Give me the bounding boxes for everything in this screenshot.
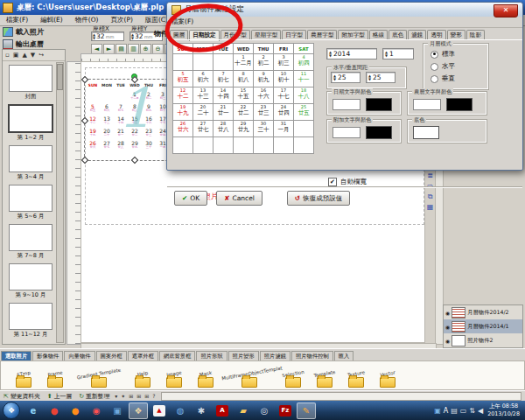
layers-view-icon[interactable]: ▥ xyxy=(128,44,139,54)
coord-y-spinner[interactable]: ▲▼ xyxy=(131,33,134,38)
cancel-button[interactable]: ✘ Cancel xyxy=(216,191,262,206)
ie-icon[interactable]: e xyxy=(24,402,43,419)
ime-language-icon[interactable]: A xyxy=(444,407,448,415)
paint-app-icon[interactable]: ✎ xyxy=(297,402,316,419)
globe-tool-icon[interactable]: ◍ xyxy=(171,402,190,419)
start-button[interactable]: ❖ xyxy=(3,402,20,419)
clock[interactable]: 上午 08:58 2013/10/28 xyxy=(486,402,523,417)
radio-option[interactable]: 垂直 xyxy=(430,74,488,83)
layer-view-icon[interactable]: ▤ xyxy=(116,44,127,54)
up-level-button[interactable]: ⬆上一層 xyxy=(47,392,72,401)
tray-photo-icon[interactable]: ▤ xyxy=(451,407,458,415)
tray-display-icon[interactable]: ▭ xyxy=(460,407,467,415)
menu-item[interactable]: 檔案(F) xyxy=(0,16,34,24)
radio-option[interactable]: 水平 xyxy=(430,62,488,71)
menu-item[interactable]: 編輯(E) xyxy=(34,16,69,24)
tray-network-icon[interactable]: ⇅ xyxy=(469,407,475,415)
change-folder-button[interactable]: ⇱變更資料夾 xyxy=(4,392,40,401)
folder-item[interactable]: Mask xyxy=(190,371,221,388)
auto-width-checkbox[interactable]: ✔ 自動欄寬 xyxy=(328,178,367,186)
page-down-icon[interactable]: ▼ xyxy=(31,52,35,59)
dialog-menu-file[interactable]: 檔案(F) xyxy=(172,18,193,26)
photoimpact-icon[interactable]: ▲ xyxy=(150,402,169,419)
folder-item[interactable]: Help xyxy=(127,371,158,388)
page-export-icon[interactable]: ↪ xyxy=(38,52,44,59)
browse-mini-icon[interactable]: ⊞ xyxy=(136,393,141,399)
refresh-button[interactable]: ↻重新整理 xyxy=(79,392,109,401)
load-photos-button[interactable]: 載入照片 xyxy=(3,26,76,38)
pan-right-icon[interactable]: ► xyxy=(103,44,115,54)
add-page-icon[interactable]: ▫ xyxy=(5,52,10,59)
acdsee-icon[interactable]: ◉ xyxy=(87,402,106,419)
browse-mini-icon[interactable]: ⊞ xyxy=(144,393,149,399)
color-text-field[interactable] xyxy=(413,99,441,110)
color-text-field[interactable] xyxy=(332,99,360,110)
folder-item[interactable]: Selection xyxy=(277,371,309,388)
page-item[interactable]: 第 9~10 月 xyxy=(7,263,54,299)
folder-item[interactable]: Template xyxy=(309,371,340,388)
coord-x-input[interactable]: ▲▼ 32 mm xyxy=(91,32,124,41)
pan-left-icon[interactable]: ◄ xyxy=(91,44,102,54)
filezilla-icon[interactable]: Fz xyxy=(276,402,295,419)
folder-item[interactable]: Frame xyxy=(39,371,71,388)
color-text-field[interactable] xyxy=(332,127,360,138)
folder-item[interactable]: MultiFrameObjectTemplat xyxy=(221,371,277,388)
page-up-icon[interactable]: ▲ xyxy=(22,52,26,59)
color-swatch[interactable] xyxy=(413,126,439,139)
calendar-app-icon[interactable]: ❖ xyxy=(129,402,148,419)
menu-item[interactable]: 頁次(P) xyxy=(105,16,139,24)
page-item[interactable]: 封面 xyxy=(7,65,54,101)
page-item[interactable]: 第 11~12 月 xyxy=(7,303,54,339)
month-spinner[interactable]: ▲▼ 1 xyxy=(382,48,414,60)
v-spacing-spinner[interactable]: ▲▼ 25 xyxy=(366,72,396,83)
disc-burner-icon[interactable]: ◎ xyxy=(255,402,274,419)
layer-row[interactable]: ◉照片物件2 xyxy=(444,333,522,347)
coord-x-spinner[interactable]: ▲▼ xyxy=(93,33,95,38)
file-explorer-icon[interactable]: ▰ xyxy=(234,402,253,419)
folder-item[interactable]: $Tmp xyxy=(8,371,39,388)
page-item[interactable]: 第 7~8 月 xyxy=(7,224,54,260)
color-swatch[interactable] xyxy=(366,98,392,111)
folder-item[interactable]: Gradient Template xyxy=(71,371,127,388)
delete-page-icon[interactable]: ▣ xyxy=(13,52,19,59)
browse-mini-icon[interactable]: ? xyxy=(152,393,155,399)
page-item[interactable]: 第 1~2 月 xyxy=(7,104,54,142)
color-swatch[interactable] xyxy=(366,126,392,139)
radio-icon[interactable] xyxy=(430,51,438,59)
h-spacing-spinner[interactable]: ▲▼ 25 xyxy=(331,72,360,83)
tray-volume-icon[interactable]: ◀ xyxy=(478,407,483,415)
visibility-eye-icon[interactable]: ◉ xyxy=(445,324,450,330)
page-item[interactable]: 第 3~4 月 xyxy=(7,145,54,181)
align-tool-icon[interactable]: ≣ xyxy=(427,172,433,179)
menu-item[interactable]: 物件(O) xyxy=(69,16,105,24)
chrome-icon[interactable]: ● xyxy=(45,402,64,419)
ok-button[interactable]: ✔ OK xyxy=(174,191,207,206)
folder-item[interactable]: Vector xyxy=(372,371,403,388)
browse-mini-icon[interactable]: ✦ xyxy=(121,393,125,399)
visibility-eye-icon[interactable]: ◉ xyxy=(445,338,450,344)
layer-row[interactable]: ◉月曆物件2014/2 xyxy=(444,305,522,319)
settings-tool-icon[interactable]: ✱ xyxy=(192,402,211,419)
folder-item[interactable]: Image xyxy=(158,371,190,388)
zoom-out-icon[interactable]: ⊖ xyxy=(152,44,164,54)
color-swatch[interactable] xyxy=(446,98,472,111)
adobe-reader-icon[interactable]: A xyxy=(213,402,232,419)
browse-bar: ⇱變更資料夾⬆上一層↻重新整理 ▾✦⊞⊞⊞? xyxy=(0,390,525,401)
radio-option[interactable]: 標準 xyxy=(430,50,488,59)
year-spinner[interactable]: ▲▼ 2014 xyxy=(326,48,377,60)
visibility-eye-icon[interactable]: ◉ xyxy=(445,310,450,316)
browse-mini-icon[interactable]: ⊞ xyxy=(129,393,133,399)
radio-icon[interactable] xyxy=(430,75,438,83)
zoom-in-icon[interactable]: ⊕ xyxy=(140,44,151,54)
pages-scrollbar[interactable] xyxy=(56,62,64,343)
page-item[interactable]: 第 5~6 月 xyxy=(7,185,54,220)
dialog-close-button[interactable]: ✕ xyxy=(494,4,518,18)
reset-defaults-button[interactable]: ↺ 恢復成預設值 xyxy=(287,191,350,206)
firefox-icon[interactable]: ● xyxy=(66,402,85,419)
tray-security-icon[interactable]: ▣ xyxy=(434,407,441,415)
radio-icon[interactable] xyxy=(430,63,438,71)
browse-mini-icon[interactable]: ▾ xyxy=(115,393,117,399)
folder-item[interactable]: Texture xyxy=(340,371,372,388)
layer-row[interactable]: ◉月曆物件2014/1 xyxy=(444,319,522,333)
remote-app-icon[interactable]: ▣ xyxy=(108,402,127,419)
